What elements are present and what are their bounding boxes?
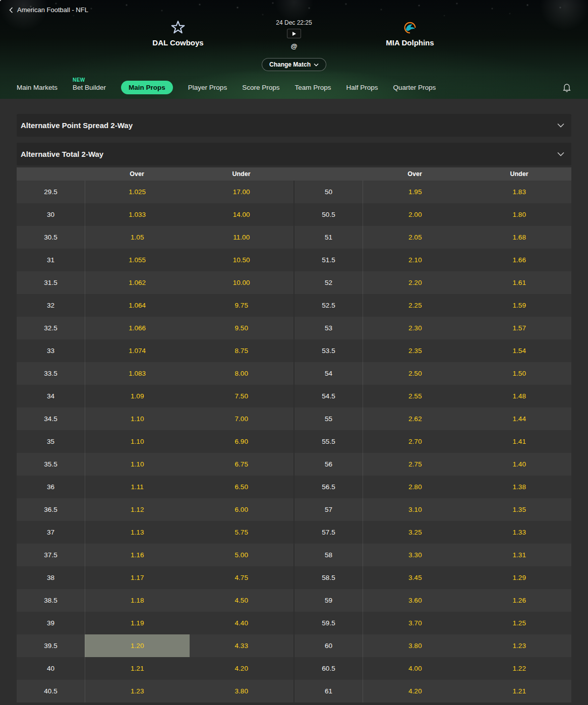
under-odds-button[interactable]: 5.00 — [190, 544, 294, 566]
under-odds-button[interactable]: 7.00 — [190, 407, 294, 430]
under-odds-button[interactable]: 1.80 — [467, 203, 572, 226]
under-odds-button[interactable]: 10.00 — [190, 271, 294, 294]
under-odds-button[interactable]: 1.48 — [467, 385, 572, 407]
over-odds-button[interactable]: 3.25 — [363, 521, 467, 544]
over-odds-button[interactable]: 4.00 — [363, 657, 467, 680]
over-odds-button[interactable]: 1.062 — [85, 271, 190, 294]
nav-tab-quarter-props[interactable]: Quarter Props — [393, 84, 436, 91]
over-odds-button[interactable]: 1.05 — [85, 226, 190, 249]
over-odds-button[interactable]: 1.033 — [85, 203, 190, 226]
over-odds-button[interactable]: 1.064 — [85, 294, 190, 317]
over-odds-button[interactable]: 1.21 — [85, 657, 190, 680]
over-odds-button[interactable]: 1.10 — [85, 453, 190, 476]
under-odds-button[interactable]: 17.00 — [190, 181, 294, 203]
over-odds-button[interactable]: 4.20 — [363, 680, 467, 702]
under-odds-button[interactable]: 8.75 — [190, 339, 294, 362]
over-odds-button[interactable]: 1.066 — [85, 317, 190, 339]
over-odds-button[interactable]: 1.09 — [85, 385, 190, 407]
under-odds-button[interactable]: 14.00 — [190, 203, 294, 226]
bell-icon[interactable] — [562, 82, 571, 92]
over-odds-button[interactable]: 1.17 — [85, 566, 190, 589]
under-odds-button[interactable]: 1.54 — [467, 339, 572, 362]
over-odds-button[interactable]: 1.074 — [85, 339, 190, 362]
over-odds-button[interactable]: 1.11 — [85, 476, 190, 498]
over-odds-button[interactable]: 3.10 — [363, 498, 467, 521]
under-odds-button[interactable]: 3.80 — [190, 680, 294, 702]
over-odds-button[interactable]: 1.23 — [85, 680, 190, 702]
over-odds-button[interactable]: 1.10 — [85, 407, 190, 430]
breadcrumb[interactable]: American Football - NFL — [9, 6, 88, 14]
under-odds-button[interactable]: 1.22 — [467, 657, 572, 680]
over-odds-button[interactable]: 2.05 — [363, 226, 467, 249]
over-odds-button[interactable]: 1.083 — [85, 362, 190, 385]
nav-tab-bet-builder[interactable]: NEWBet Builder — [73, 84, 106, 91]
under-odds-button[interactable]: 11.00 — [190, 226, 294, 249]
under-odds-button[interactable]: 4.50 — [190, 589, 294, 612]
under-odds-button[interactable]: 4.40 — [190, 612, 294, 634]
over-odds-button[interactable]: 1.20 — [85, 634, 190, 657]
under-odds-button[interactable]: 5.75 — [190, 521, 294, 544]
under-odds-button[interactable]: 1.59 — [467, 294, 572, 317]
over-odds-button[interactable]: 1.13 — [85, 521, 190, 544]
over-odds-button[interactable]: 1.16 — [85, 544, 190, 566]
under-odds-button[interactable]: 1.68 — [467, 226, 572, 249]
change-match-button[interactable]: Change Match — [262, 58, 326, 71]
over-odds-button[interactable]: 2.80 — [363, 476, 467, 498]
under-odds-button[interactable]: 1.61 — [467, 271, 572, 294]
over-odds-button[interactable]: 1.18 — [85, 589, 190, 612]
over-odds-button[interactable]: 2.25 — [363, 294, 467, 317]
under-odds-button[interactable]: 1.25 — [467, 612, 572, 634]
under-odds-button[interactable]: 4.33 — [190, 634, 294, 657]
under-odds-button[interactable]: 6.50 — [190, 476, 294, 498]
over-odds-button[interactable]: 2.62 — [363, 407, 467, 430]
under-odds-button[interactable]: 4.20 — [190, 657, 294, 680]
under-odds-button[interactable]: 1.38 — [467, 476, 572, 498]
over-odds-button[interactable]: 2.50 — [363, 362, 467, 385]
under-odds-button[interactable]: 6.75 — [190, 453, 294, 476]
under-odds-button[interactable]: 9.75 — [190, 294, 294, 317]
over-odds-button[interactable]: 2.30 — [363, 317, 467, 339]
over-odds-button[interactable]: 2.55 — [363, 385, 467, 407]
under-odds-button[interactable]: 1.31 — [467, 544, 572, 566]
under-odds-button[interactable]: 4.75 — [190, 566, 294, 589]
under-odds-button[interactable]: 1.33 — [467, 521, 572, 544]
nav-tab-player-props[interactable]: Player Props — [188, 84, 227, 91]
over-odds-button[interactable]: 3.60 — [363, 589, 467, 612]
over-odds-button[interactable]: 2.20 — [363, 271, 467, 294]
over-odds-button[interactable]: 1.025 — [85, 181, 190, 203]
over-odds-button[interactable]: 2.75 — [363, 453, 467, 476]
under-odds-button[interactable]: 1.66 — [467, 249, 572, 271]
nav-tab-main-props[interactable]: Main Props — [121, 81, 173, 94]
video-stream-icon[interactable] — [287, 29, 301, 38]
section-alt-point-spread[interactable]: Alternative Point Spread 2-Way — [17, 114, 571, 137]
section-alt-total[interactable]: Alternative Total 2-Way — [17, 143, 571, 165]
under-odds-button[interactable]: 1.57 — [467, 317, 572, 339]
over-odds-button[interactable]: 1.055 — [85, 249, 190, 271]
under-odds-button[interactable]: 9.50 — [190, 317, 294, 339]
under-odds-button[interactable]: 10.50 — [190, 249, 294, 271]
nav-tab-team-props[interactable]: Team Props — [295, 84, 331, 91]
under-odds-button[interactable]: 7.50 — [190, 385, 294, 407]
over-odds-button[interactable]: 3.45 — [363, 566, 467, 589]
under-odds-button[interactable]: 1.29 — [467, 566, 572, 589]
over-odds-button[interactable]: 3.70 — [363, 612, 467, 634]
over-odds-button[interactable]: 1.10 — [85, 430, 190, 453]
over-odds-button[interactable]: 3.30 — [363, 544, 467, 566]
under-odds-button[interactable]: 1.23 — [467, 634, 572, 657]
under-odds-button[interactable]: 1.21 — [467, 680, 572, 702]
under-odds-button[interactable]: 6.90 — [190, 430, 294, 453]
over-odds-button[interactable]: 1.12 — [85, 498, 190, 521]
under-odds-button[interactable]: 1.44 — [467, 407, 572, 430]
over-odds-button[interactable]: 2.10 — [363, 249, 467, 271]
under-odds-button[interactable]: 1.26 — [467, 589, 572, 612]
under-odds-button[interactable]: 8.00 — [190, 362, 294, 385]
under-odds-button[interactable]: 1.50 — [467, 362, 572, 385]
over-odds-button[interactable]: 1.95 — [363, 181, 467, 203]
under-odds-button[interactable]: 6.00 — [190, 498, 294, 521]
over-odds-button[interactable]: 2.00 — [363, 203, 467, 226]
over-odds-button[interactable]: 2.35 — [363, 339, 467, 362]
nav-tab-half-props[interactable]: Half Props — [346, 84, 378, 91]
over-odds-button[interactable]: 2.70 — [363, 430, 467, 453]
under-odds-button[interactable]: 1.83 — [467, 181, 572, 203]
under-odds-button[interactable]: 1.40 — [467, 453, 572, 476]
